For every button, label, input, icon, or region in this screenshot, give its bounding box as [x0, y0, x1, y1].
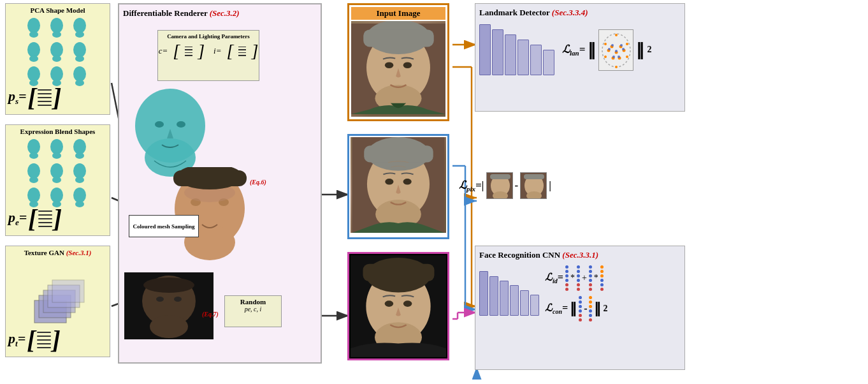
svg-point-39	[27, 42, 40, 57]
svg-point-55	[73, 139, 86, 154]
svg-rect-140	[524, 174, 544, 179]
dark-face-svg	[124, 272, 213, 339]
svg-point-58	[29, 177, 38, 183]
random-sub: pe, c, i	[227, 306, 279, 313]
svg-point-96	[385, 62, 393, 68]
svg-point-47	[50, 66, 63, 82]
pca-title: PCA Shape Model	[8, 6, 107, 14]
svg-point-60	[52, 177, 61, 183]
svg-point-62	[75, 177, 84, 183]
svg-rect-84	[173, 170, 247, 186]
llan-norm-right: ‖	[636, 40, 644, 60]
input-face-svg	[351, 21, 445, 117]
mesh-sampling-box: Coloured mesh Sampling	[129, 215, 199, 237]
dot-col-blue4	[579, 296, 582, 321]
svg-point-41	[50, 42, 63, 57]
svg-point-130	[626, 55, 628, 58]
svg-point-127	[604, 43, 607, 45]
svg-point-110	[385, 300, 394, 307]
face-recognition-panel: Face Recognition CNN (Sec.3.3.1) ℒid=	[475, 246, 685, 370]
left-bracket-expr: [	[28, 206, 36, 232]
svg-point-61	[73, 163, 86, 179]
svg-point-38	[75, 31, 84, 38]
cnn-layers-facerecog	[479, 271, 539, 316]
input-image-title: Input Image	[351, 7, 445, 20]
lcon-row: ℒcon= ‖ -	[545, 296, 607, 321]
svg-point-34	[29, 31, 38, 38]
face-recog-title: Face Recognition CNN (Sec.3.3.1)	[479, 250, 681, 260]
svg-point-128	[626, 43, 628, 45]
svg-point-88	[156, 297, 164, 302]
expr-face-icon	[24, 162, 43, 184]
lid-formula-text: ℒid=	[545, 271, 563, 284]
svg-point-52	[29, 152, 38, 159]
left-bracket-texture: [	[27, 327, 35, 353]
face-icon	[24, 41, 43, 63]
svg-point-125	[608, 48, 611, 50]
diff-renderer-sec-ref: (Sec.3.2)	[210, 8, 240, 18]
eq7-label: (Eq.7)	[202, 307, 219, 319]
input-face-photo	[351, 21, 445, 117]
i-right-bracket: ]	[251, 42, 258, 60]
expr-face-icon	[47, 138, 66, 160]
landmark-detector-panel: Landmark Detector (Sec.3.3.4) ℒlan= ‖	[475, 3, 685, 112]
lid-row: ℒid= *	[545, 265, 607, 291]
main-diagram: PCA Shape Model ps= [ ]	[0, 0, 868, 384]
diff-renderer-panel: Differentiable Renderer (Sec.3.2) Camera…	[118, 3, 322, 364]
svg-point-59	[50, 163, 63, 179]
svg-point-87	[150, 315, 188, 338]
camera-params-title: Camera and Lighting Parameters	[161, 33, 256, 40]
landmark-oval-svg	[599, 30, 634, 71]
lpix-thumb2-svg	[521, 173, 547, 199]
face-icon	[70, 65, 89, 87]
diff-renderer-title: Differentiable Renderer (Sec.3.2)	[123, 8, 317, 18]
svg-point-42	[52, 55, 61, 62]
expression-title: Expression Blend Shapes	[8, 128, 107, 135]
landmark-title: Landmark Detector (Sec.3.3.4)	[479, 8, 681, 18]
svg-point-53	[50, 139, 63, 154]
face-icon	[24, 17, 43, 39]
svg-point-124	[618, 55, 620, 58]
i-vector	[238, 47, 246, 56]
svg-point-49	[73, 66, 86, 82]
svg-point-76	[155, 121, 164, 128]
lid-star: *	[570, 273, 575, 283]
dot-col-blue1	[565, 265, 568, 291]
dark-face-texture	[124, 272, 213, 339]
face-icon	[47, 41, 66, 63]
svg-point-111	[403, 300, 412, 307]
random-output-box	[347, 252, 449, 360]
lcon-formula-text: ℒcon=	[545, 302, 568, 315]
svg-point-131	[615, 66, 618, 68]
lpix-formula-area: ℒpix=| - |	[459, 172, 551, 199]
svg-point-40	[29, 55, 38, 62]
lcon-subscript-2: 2	[603, 304, 607, 314]
lpix-minus: -	[515, 179, 519, 192]
svg-point-51	[27, 139, 40, 154]
svg-point-123	[612, 55, 615, 58]
dot-col-orange2	[589, 296, 592, 321]
face-icon	[47, 17, 66, 39]
lid-star2: *	[594, 273, 598, 283]
texture-sec-ref: (Sec.3.1)	[66, 249, 92, 256]
lpix-formula: ℒpix=|	[459, 179, 484, 193]
pe-label: pe=	[8, 209, 27, 228]
svg-point-104	[403, 179, 412, 184]
svg-rect-73	[52, 280, 84, 302]
svg-point-121	[620, 44, 623, 47]
landmark-dots-vis	[598, 29, 633, 71]
dot-col-orange1	[600, 265, 604, 291]
c-left-bracket: [	[173, 42, 180, 60]
llan-subscript-2: 2	[647, 45, 651, 55]
svg-point-65	[50, 188, 63, 203]
landmark-sec-ref: (Sec.3.3.4)	[552, 8, 588, 17]
svg-point-103	[385, 179, 393, 184]
c-right-bracket: ]	[198, 42, 205, 60]
lpix-thumb2	[520, 172, 547, 199]
svg-point-54	[52, 152, 61, 159]
i-left-bracket: [	[226, 42, 233, 60]
random-params-box: Random pe, c, i	[224, 295, 282, 327]
svg-point-43	[73, 42, 86, 57]
lpix-pipe-right: |	[549, 179, 551, 192]
camera-params-box: Camera and Lighting Parameters c= [ ] i=…	[157, 30, 259, 81]
